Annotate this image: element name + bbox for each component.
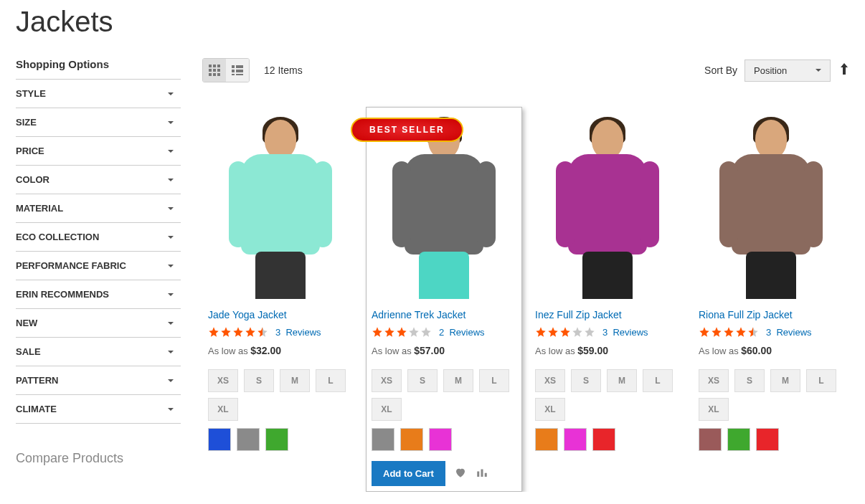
star-icon xyxy=(559,326,571,338)
size-swatch-xs[interactable]: XS xyxy=(208,369,238,392)
product-image[interactable] xyxy=(535,113,680,299)
reviews-link[interactable]: 3 Reviews xyxy=(766,327,812,338)
chevron-down-icon xyxy=(166,319,175,328)
chevron-down-icon xyxy=(166,376,175,385)
size-swatch-l[interactable]: L xyxy=(316,369,346,392)
reviews-link[interactable]: 3 Reviews xyxy=(275,327,321,338)
star-icon xyxy=(699,326,710,338)
svg-rect-2 xyxy=(217,65,220,67)
filter-eco-collection[interactable]: ECO COLLECTION xyxy=(16,222,181,251)
svg-rect-6 xyxy=(209,73,212,76)
reviews-link[interactable]: 3 Reviews xyxy=(602,327,648,338)
size-swatch-m[interactable]: M xyxy=(443,369,473,392)
sort-by-select[interactable]: Position xyxy=(745,60,831,82)
size-swatch-m[interactable]: M xyxy=(607,369,637,392)
product-name-link[interactable]: Riona Full Zip Jacket xyxy=(699,309,843,320)
add-to-cart-button[interactable]: Add to Cart xyxy=(372,461,445,486)
filter-color[interactable]: COLOR xyxy=(16,165,181,194)
filter-new[interactable]: NEW xyxy=(16,308,181,337)
filter-pattern[interactable]: PATTERN xyxy=(16,366,181,394)
product-card: Inez Full Zip Jacket 3 Reviews As low as… xyxy=(529,107,686,492)
size-swatch-m[interactable]: M xyxy=(770,369,800,392)
filter-size[interactable]: SIZE xyxy=(16,108,181,136)
view-mode-switcher xyxy=(202,58,250,82)
item-count: 12 Items xyxy=(264,65,303,76)
size-swatch-xs[interactable]: XS xyxy=(535,369,565,392)
svg-rect-5 xyxy=(217,69,220,72)
size-swatch-l[interactable]: L xyxy=(479,369,509,392)
sidebar: Shopping Options STYLESIZEPRICECOLORMATE… xyxy=(16,58,181,492)
star-icon xyxy=(232,326,244,338)
color-swatch[interactable] xyxy=(564,428,587,451)
size-swatch-s[interactable]: S xyxy=(734,369,765,392)
best-seller-badge: BEST SELLER xyxy=(351,118,463,142)
filter-label: MATERIAL xyxy=(16,203,63,214)
product-image[interactable] xyxy=(699,113,843,299)
size-swatch-s[interactable]: S xyxy=(244,369,274,392)
filter-performance-fabric[interactable]: PERFORMANCE FABRIC xyxy=(16,251,181,280)
chevron-down-icon xyxy=(166,348,175,356)
filter-price[interactable]: PRICE xyxy=(16,136,181,165)
list-view-button[interactable] xyxy=(226,59,249,82)
filter-erin-recommends[interactable]: ERIN RECOMMENDS xyxy=(16,280,181,308)
product-name-link[interactable]: Inez Full Zip Jacket xyxy=(535,309,680,320)
size-swatch-xl[interactable]: XL xyxy=(699,398,729,421)
size-swatch-xl[interactable]: XL xyxy=(535,398,565,421)
chevron-down-icon xyxy=(814,66,823,75)
rating-stars xyxy=(699,326,759,338)
svg-rect-16 xyxy=(481,469,483,477)
size-swatch-xs[interactable]: XS xyxy=(699,369,729,392)
chevron-down-icon xyxy=(166,405,175,414)
color-swatch[interactable] xyxy=(592,428,615,451)
size-swatch-l[interactable]: L xyxy=(643,369,673,392)
size-swatches: XSSMLXL xyxy=(372,369,516,421)
color-swatch[interactable] xyxy=(237,428,260,451)
size-swatch-xl[interactable]: XL xyxy=(372,398,402,421)
product-name-link[interactable]: Adrienne Trek Jacket xyxy=(372,309,516,320)
color-swatch[interactable] xyxy=(265,428,288,451)
reviews-link[interactable]: 2 Reviews xyxy=(439,327,485,338)
color-swatch[interactable] xyxy=(429,428,452,451)
color-swatch[interactable] xyxy=(372,428,394,451)
svg-rect-11 xyxy=(232,70,235,72)
color-swatch[interactable] xyxy=(756,428,779,451)
filter-label: SALE xyxy=(16,346,41,357)
product-image[interactable] xyxy=(208,113,353,299)
chevron-down-icon xyxy=(166,147,175,156)
price: As low as $60.00 xyxy=(699,345,843,356)
filter-label: PERFORMANCE FABRIC xyxy=(16,260,126,271)
compare-button[interactable] xyxy=(476,466,488,482)
size-swatch-s[interactable]: S xyxy=(571,369,601,392)
svg-rect-3 xyxy=(209,69,212,72)
filter-sale[interactable]: SALE xyxy=(16,337,181,366)
filter-style[interactable]: STYLE xyxy=(16,79,181,108)
rating-stars xyxy=(208,326,268,338)
grid-view-button[interactable] xyxy=(203,59,226,82)
chevron-down-icon xyxy=(166,176,175,184)
color-swatch[interactable] xyxy=(727,428,750,451)
filter-label: CLIMATE xyxy=(16,404,57,414)
size-swatch-s[interactable]: S xyxy=(407,369,438,392)
filter-label: ECO COLLECTION xyxy=(16,232,99,242)
wishlist-button[interactable] xyxy=(454,466,467,482)
rating-stars xyxy=(535,326,595,338)
size-swatch-xs[interactable]: XS xyxy=(372,369,402,392)
size-swatches: XSSMLXL xyxy=(699,369,843,421)
size-swatch-m[interactable]: M xyxy=(280,369,310,392)
product-grid: Jade Yoga Jacket 3 Reviews As low as $32… xyxy=(202,107,849,492)
list-icon xyxy=(232,65,243,76)
grid-icon xyxy=(209,65,220,76)
product-name-link[interactable]: Jade Yoga Jacket xyxy=(208,309,353,320)
filter-climate[interactable]: CLIMATE xyxy=(16,394,181,424)
size-swatch-xl[interactable]: XL xyxy=(208,398,238,421)
color-swatch[interactable] xyxy=(535,428,558,451)
color-swatch[interactable] xyxy=(208,428,231,451)
star-icon xyxy=(735,326,747,338)
color-swatch[interactable] xyxy=(400,428,423,451)
arrow-up-icon xyxy=(839,63,849,75)
color-swatch[interactable] xyxy=(699,428,722,451)
filter-material[interactable]: MATERIAL xyxy=(16,194,181,222)
size-swatch-l[interactable]: L xyxy=(806,369,836,392)
star-icon xyxy=(384,326,395,338)
sort-direction-button[interactable] xyxy=(839,63,849,77)
